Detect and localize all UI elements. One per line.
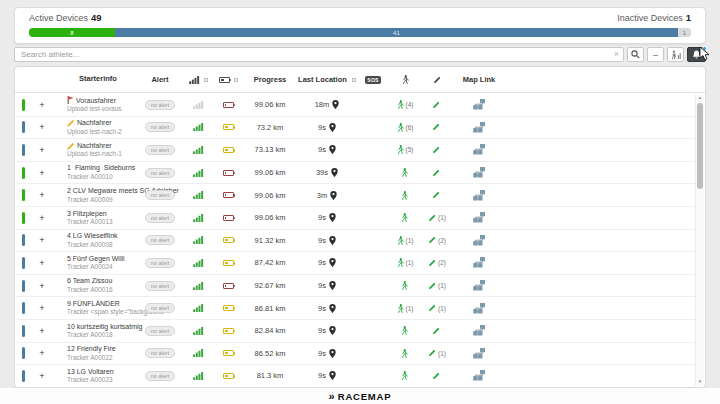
expand-row-button[interactable]: + <box>31 348 53 358</box>
scroll-up-arrow[interactable]: ▲ <box>696 94 704 102</box>
vertical-scrollbar[interactable]: ▲ ▼ <box>695 94 704 386</box>
device-bar-segment: 8 <box>29 28 115 37</box>
expand-row-button[interactable]: + <box>31 190 53 200</box>
map-link-button[interactable] <box>453 325 505 336</box>
map-link-button[interactable] <box>453 303 505 314</box>
expand-row-button[interactable]: + <box>31 326 53 336</box>
map-link-button[interactable] <box>453 167 505 178</box>
starter-name: 1 Flaming Sideburns <box>67 163 137 172</box>
table-row[interactable]: + Vorausfahrer Upload test-voraus no ale… <box>15 94 705 117</box>
athletes-cell[interactable] <box>389 326 421 335</box>
athlete-filter-button[interactable] <box>667 47 684 62</box>
column-edits[interactable] <box>421 76 453 84</box>
notifications-button[interactable] <box>687 47 706 62</box>
scroll-down-arrow[interactable]: ▼ <box>696 378 704 386</box>
edit-cell[interactable] <box>421 101 453 109</box>
table-row[interactable]: + Nachfahrer Upload test-nach-2 no alert… <box>15 117 705 140</box>
expand-row-button[interactable]: + <box>31 168 53 178</box>
search-input[interactable] <box>15 50 623 59</box>
column-alert[interactable]: Alert <box>137 75 183 84</box>
athletes-cell[interactable]: (1) <box>389 304 421 313</box>
athletes-cell[interactable] <box>389 168 421 177</box>
athletes-cell[interactable] <box>389 349 421 358</box>
map-link-button[interactable] <box>453 348 505 359</box>
map-link-button[interactable] <box>453 190 505 201</box>
athletes-cell[interactable] <box>389 371 421 380</box>
expand-row-button[interactable]: + <box>31 371 53 381</box>
battery-icon <box>223 328 234 334</box>
clear-search-icon[interactable]: × <box>614 50 619 59</box>
last-location-value: 9s <box>318 145 326 154</box>
expand-row-button[interactable]: + <box>31 235 53 245</box>
table-row[interactable]: + 6 Team Zissou Tracker A00016 no alert … <box>15 275 705 298</box>
inactive-devices-label: Inactive Devices1 <box>617 12 691 23</box>
table-row[interactable]: + 12 Friendly Fire Tracker A00022 no ale… <box>15 343 705 366</box>
map-link-button[interactable] <box>453 212 505 223</box>
edit-cell[interactable]: (1) <box>421 282 453 290</box>
column-starterinfo[interactable]: Starterinfo <box>53 74 137 84</box>
device-summary-card: Active Devices49 Inactive Devices1 8411 <box>14 7 706 44</box>
map-link-button[interactable] <box>453 144 505 155</box>
column-sos[interactable]: SOS <box>357 76 389 84</box>
person-count: (1) <box>406 259 414 266</box>
athletes-cell[interactable]: (6) <box>389 123 421 132</box>
expand-row-button[interactable]: + <box>31 145 53 155</box>
edit-cell[interactable]: (2) <box>421 236 453 244</box>
table-row[interactable]: + 1 Flaming Sideburns Tracker A00010 no … <box>15 162 705 185</box>
athletes-cell[interactable]: (1) <box>389 258 421 267</box>
scrollbar-thumb[interactable] <box>697 103 703 189</box>
expand-row-button[interactable]: + <box>31 100 53 110</box>
map-link-button[interactable] <box>453 257 505 268</box>
map-link-button[interactable] <box>453 280 505 291</box>
athletes-cell[interactable]: (4) <box>389 100 421 109</box>
expand-row-button[interactable]: + <box>31 258 53 268</box>
athletes-cell[interactable]: (1) <box>389 236 421 245</box>
battery-icon <box>223 283 234 289</box>
expand-row-button[interactable]: + <box>31 303 53 313</box>
table-row[interactable]: + 5 Fünf Gegen Willi Tracker A00024 no a… <box>15 252 705 275</box>
column-map-link[interactable]: Map Link <box>453 75 505 84</box>
edit-cell[interactable]: (2) <box>421 259 453 267</box>
last-location-value: 18m <box>315 100 330 109</box>
map-link-button[interactable] <box>453 370 505 381</box>
sos-icon: SOS <box>365 76 380 84</box>
table-row[interactable]: + 3 Flitzpiepen Tracker A00013 no alert … <box>15 207 705 230</box>
expand-row-button[interactable]: + <box>31 122 53 132</box>
athletes-cell[interactable] <box>389 191 421 200</box>
active-devices-label: Active Devices49 <box>29 12 102 23</box>
search-button[interactable] <box>627 47 644 62</box>
table-row[interactable]: + 2 CLV Megware meets SG Adelsber Tracke… <box>15 184 705 207</box>
column-signal[interactable] <box>183 76 213 84</box>
edit-cell[interactable]: (1) <box>421 304 453 312</box>
edit-cell[interactable]: (1) <box>421 349 453 357</box>
column-last-location[interactable]: Last Location <box>297 75 357 84</box>
edit-cell[interactable]: (1) <box>421 214 453 222</box>
table-row[interactable]: + 9 FÜNFLÄNDER Tracker <span style="back… <box>15 297 705 320</box>
map-link-button[interactable] <box>453 235 505 246</box>
map-link-button[interactable] <box>453 99 505 110</box>
more-options-button[interactable]: – <box>647 47 664 62</box>
column-progress[interactable]: Progress <box>243 75 297 84</box>
edit-cell[interactable] <box>421 327 453 335</box>
athletes-cell[interactable] <box>389 213 421 222</box>
table-row[interactable]: + 10 kurtszeitig kurtsatmig Tracker A000… <box>15 320 705 343</box>
location-pin-icon <box>332 100 339 109</box>
table-row[interactable]: + Nachfahrer Upload test-nach-1 no alert… <box>15 139 705 162</box>
column-battery[interactable] <box>213 77 243 83</box>
edit-cell[interactable] <box>421 372 453 380</box>
column-athletes[interactable] <box>389 75 421 84</box>
edit-cell[interactable] <box>421 191 453 199</box>
table-row[interactable]: + 4 LG Wieselflink Tracker A00008 no ale… <box>15 230 705 253</box>
search-box[interactable]: × <box>14 47 624 62</box>
athletes-cell[interactable]: (5) <box>389 145 421 154</box>
expand-row-button[interactable]: + <box>31 213 53 223</box>
table-row[interactable]: + 13 LG Voltaren Tracker A00023 no alert… <box>15 365 705 388</box>
pencil-count: (1) <box>438 350 446 357</box>
signal-strength-icon <box>193 146 204 154</box>
edit-cell[interactable] <box>421 123 453 131</box>
edit-cell[interactable] <box>421 146 453 154</box>
athletes-cell[interactable] <box>389 281 421 290</box>
expand-row-button[interactable]: + <box>31 281 53 291</box>
map-link-button[interactable] <box>453 122 505 133</box>
edit-cell[interactable] <box>421 169 453 177</box>
